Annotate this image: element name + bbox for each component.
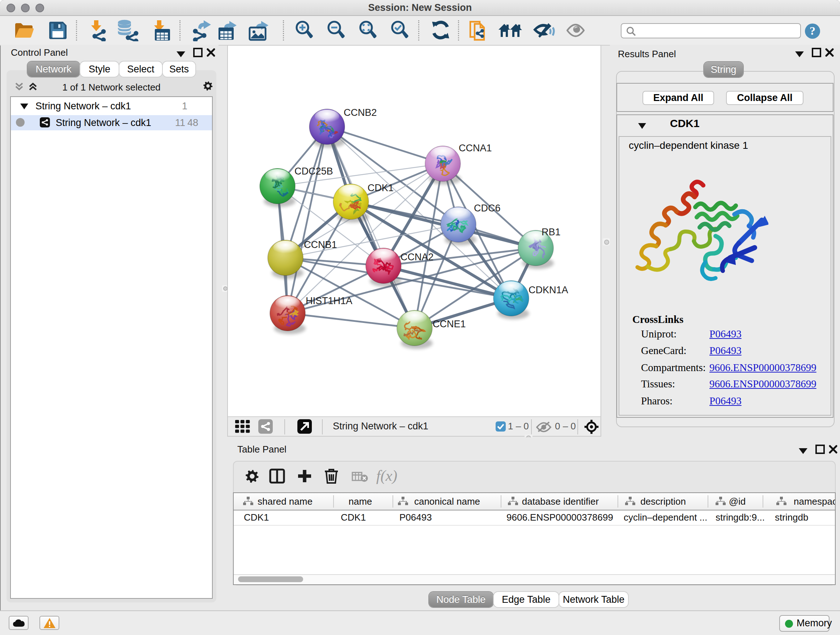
- svg-text:CDC6: CDC6: [474, 203, 501, 214]
- svg-text:CCNA2: CCNA2: [401, 252, 434, 263]
- svg-text:CCNE1: CCNE1: [433, 318, 466, 329]
- svg-text:CDK1: CDK1: [368, 182, 393, 193]
- svg-text:CDKN1A: CDKN1A: [529, 285, 568, 295]
- svg-text:CCNA1: CCNA1: [459, 143, 492, 154]
- svg-text:HIST1H1A: HIST1H1A: [306, 295, 352, 306]
- svg-text:CCNB2: CCNB2: [344, 107, 377, 118]
- svg-text:RB1: RB1: [542, 226, 561, 238]
- svg-text:CCNB1: CCNB1: [304, 239, 337, 250]
- svg-text:?: ?: [810, 24, 815, 37]
- svg-text:CDC25B: CDC25B: [294, 166, 333, 177]
